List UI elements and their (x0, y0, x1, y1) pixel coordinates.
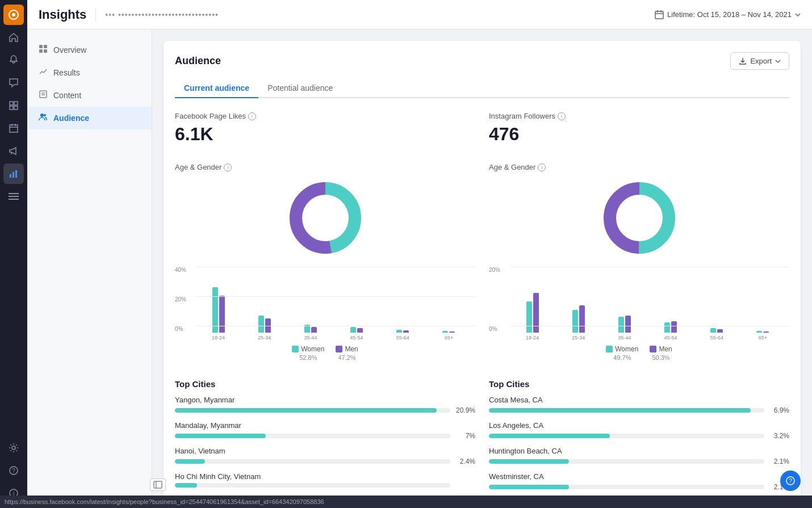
status-bar: https://business.facebook.com/latest/ins… (0, 496, 812, 508)
status-url: https://business.facebook.com/latest/ins… (5, 498, 324, 505)
ig-city-pct-1: 6.9% (769, 406, 789, 414)
fb-donut-chart (286, 178, 365, 258)
ig-y-label-0: 0% (489, 326, 497, 332)
fb-xlabel-35-44: 35-44 (304, 335, 317, 341)
svg-rect-28 (44, 49, 47, 53)
overview-icon (39, 44, 48, 56)
ig-women-pct: 49.7% (613, 354, 631, 361)
svg-point-16 (12, 446, 15, 450)
megaphone-icon[interactable] (3, 141, 24, 161)
ig-chart-legend: Women 49.7% Men 50.3% (489, 345, 789, 361)
ig-bar-chart: 20% 0% 18-24 (489, 267, 789, 341)
sidebar-item-results[interactable]: Results (27, 61, 152, 84)
fb-bar-chart: 40% 20% 0% (175, 267, 475, 341)
svg-rect-2 (10, 102, 13, 105)
fb-women-label: Women (301, 345, 324, 353)
ig-city-name-3: Huntington Beach, CA (489, 447, 789, 455)
ig-women-color (606, 346, 613, 352)
ig-bar-men-18-24 (533, 293, 539, 333)
ig-bar-women-18-24 (526, 301, 532, 333)
sidebar-item-audience[interactable]: Audience (27, 107, 152, 129)
svg-rect-10 (10, 174, 11, 178)
audience-tabs: Current audience Potential audience (175, 79, 789, 98)
results-label: Results (53, 68, 80, 77)
fb-bar-group-45-54: 45-54 (335, 276, 379, 341)
ig-cities-title: Top Cities (489, 379, 789, 389)
facebook-likes-value: 6.1K (175, 124, 475, 145)
fb-bar-group-25-34: 25-34 (242, 276, 286, 341)
facebook-info-icon[interactable]: i (248, 112, 256, 120)
cities-row: Top Cities Yangon, Myanmar 20.9% Mandala… (175, 379, 789, 498)
instagram-info-icon[interactable]: i (558, 112, 566, 120)
fb-top-cities: Top Cities Yangon, Myanmar 20.9% Mandala… (175, 379, 475, 498)
fb-city-pct-1: 20.9% (455, 406, 475, 414)
export-button[interactable]: Export (730, 52, 789, 70)
fb-bar-women-55-64 (396, 330, 402, 333)
help-icon[interactable]: ? (3, 460, 24, 481)
fb-city-name-4: Ho Chi Minh City, Vietnam (175, 472, 475, 481)
page-title: Insights (39, 7, 86, 22)
fb-city-name-1: Yangon, Myanmar (175, 396, 475, 404)
home-icon[interactable] (3, 27, 24, 48)
ig-city-pct-2: 3.2% (769, 432, 789, 440)
ig-bar-group-25-34: 25-34 (556, 276, 600, 341)
svg-rect-11 (12, 172, 14, 178)
ig-city-1: Costa Mesa, CA 6.9% (489, 396, 789, 414)
bell-icon[interactable] (3, 50, 24, 70)
sidebar-item-overview[interactable]: Overview (27, 39, 152, 61)
collapse-sidebar-button[interactable] (150, 478, 166, 491)
date-range-button[interactable]: Lifetime: Oct 15, 2018 – Nov 14, 2021 (655, 10, 801, 19)
sidebar: Overview Results Content Audience (27, 30, 152, 508)
bar-chart-active-icon[interactable] (3, 163, 24, 184)
logo-icon[interactable] (3, 5, 24, 25)
export-label: Export (750, 57, 772, 65)
ig-xlabel-45-54: 45-54 (664, 335, 677, 341)
instagram-followers-label: Instagram Followers i (489, 112, 789, 120)
fb-women-color (292, 346, 299, 352)
svg-point-41 (618, 196, 661, 240)
fb-bar-group-65plus: 65+ (427, 276, 471, 341)
ig-men-color (650, 346, 656, 352)
ig-city-pct-3: 2.1% (769, 457, 789, 465)
instagram-followers-section: Instagram Followers i 476 (489, 112, 789, 145)
calendar-icon[interactable] (3, 118, 24, 138)
fb-city-4: Ho Chi Minh City, Vietnam (175, 472, 475, 488)
ig-age-gender-chart: Age & Gender i (489, 163, 789, 361)
audience-icon (39, 112, 48, 124)
icon-rail: ? i (0, 0, 27, 508)
fb-women-pct: 52.8% (299, 354, 317, 361)
menu-icon[interactable] (3, 186, 24, 207)
fb-city-pct-3: 2.4% (455, 457, 475, 465)
fb-bar-group-35-44: 35-44 (288, 276, 332, 341)
svg-text:?: ? (789, 478, 792, 484)
ig-bar-groups: 18-24 25-34 (510, 267, 789, 341)
fb-xlabel-65plus: 65+ (445, 335, 453, 341)
chat-icon[interactable] (3, 73, 24, 93)
header-divider (95, 8, 96, 22)
tab-current-audience[interactable]: Current audience (175, 79, 258, 98)
ig-legend-women: Women 49.7% (606, 345, 638, 361)
ig-bar-group-45-54: 45-54 (649, 276, 693, 341)
ig-donut-chart (600, 178, 679, 258)
svg-rect-12 (15, 170, 17, 178)
settings-icon[interactable] (3, 438, 24, 458)
ig-top-cities: Top Cities Costa Mesa, CA 6.9% Los Angel… (489, 379, 789, 498)
fb-y-label-40: 40% (175, 267, 186, 273)
ig-bar-men-35-44 (625, 316, 631, 333)
grid-icon[interactable] (3, 95, 24, 116)
svg-rect-3 (14, 102, 18, 105)
sidebar-item-content[interactable]: Content (27, 84, 152, 107)
fb-chart-info-icon[interactable]: i (224, 163, 232, 171)
results-icon (39, 67, 48, 78)
fb-legend-men: Men 47.2% (336, 345, 358, 361)
fb-bar-men-18-24 (219, 296, 225, 333)
help-widget[interactable]: ? (780, 471, 801, 491)
svg-point-1 (12, 13, 15, 16)
ig-chart-title: Age & Gender i (489, 163, 789, 171)
main-panel: Audience Export Current audience Potenti… (152, 30, 812, 508)
ig-chart-info-icon[interactable]: i (538, 163, 546, 171)
tab-potential-audience[interactable]: Potential audience (258, 79, 342, 98)
ig-city-2: Los Angeles, CA 3.2% (489, 421, 789, 440)
svg-rect-27 (39, 49, 43, 53)
ig-bar-group-35-44: 35-44 (602, 276, 646, 341)
